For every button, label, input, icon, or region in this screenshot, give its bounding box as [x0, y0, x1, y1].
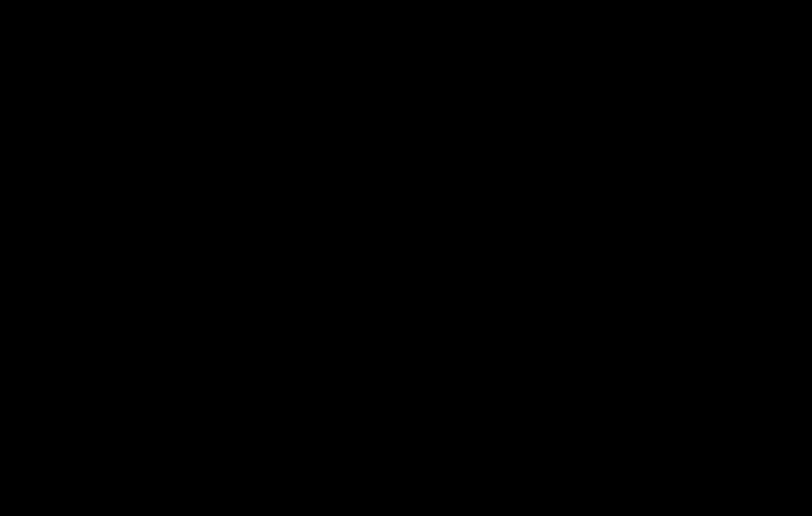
- org-chart: [0, 0, 812, 516]
- connector-lines: [0, 0, 812, 516]
